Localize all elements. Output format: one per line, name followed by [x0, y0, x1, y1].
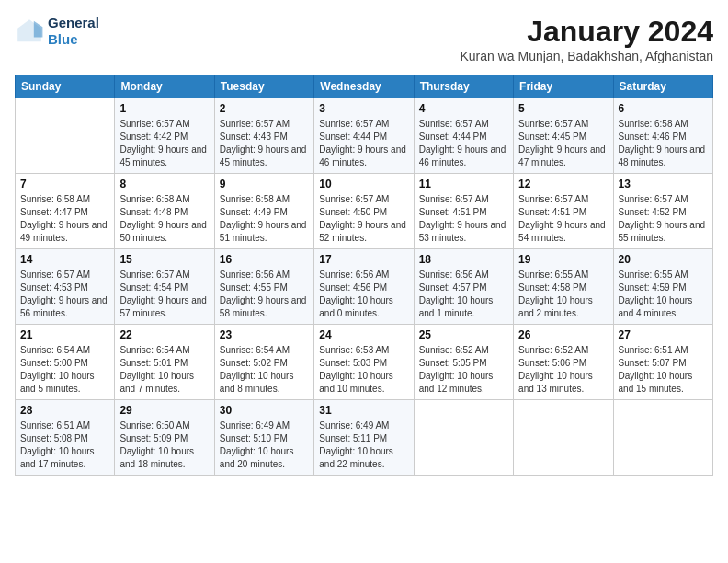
day-info: Sunrise: 6:55 AM Sunset: 4:59 PM Dayligh… — [619, 269, 708, 320]
calendar-day-cell — [16, 98, 115, 174]
day-info: Sunrise: 6:58 AM Sunset: 4:49 PM Dayligh… — [220, 193, 309, 245]
day-info: Sunrise: 6:52 AM Sunset: 5:06 PM Dayligh… — [518, 344, 608, 396]
day-number: 14 — [20, 253, 109, 266]
calendar-day-cell: 12 Sunrise: 6:57 AM Sunset: 4:51 PM Dayl… — [514, 174, 613, 249]
calendar-day-cell: 19 Sunrise: 6:55 AM Sunset: 4:58 PM Dayl… — [514, 249, 613, 325]
calendar-day-cell: 11 Sunrise: 6:57 AM Sunset: 4:51 PM Dayl… — [414, 174, 513, 249]
calendar-subtitle: Kuran wa Munjan, Badakhshan, Afghanistan — [460, 49, 713, 63]
day-number: 21 — [20, 328, 109, 341]
calendar-day-cell: 9 Sunrise: 6:58 AM Sunset: 4:49 PM Dayli… — [214, 174, 313, 249]
calendar-day-cell: 20 Sunrise: 6:55 AM Sunset: 4:59 PM Dayl… — [613, 249, 712, 325]
calendar-week-row: 1 Sunrise: 6:57 AM Sunset: 4:42 PM Dayli… — [16, 98, 713, 174]
calendar-day-cell: 23 Sunrise: 6:54 AM Sunset: 5:02 PM Dayl… — [214, 325, 313, 400]
day-number: 12 — [518, 178, 608, 190]
calendar-day-cell: 27 Sunrise: 6:51 AM Sunset: 5:07 PM Dayl… — [613, 325, 712, 400]
day-number: 31 — [319, 404, 408, 417]
logo: General Blue — [15, 15, 99, 48]
calendar-day-cell — [514, 400, 613, 476]
calendar-week-row: 28 Sunrise: 6:51 AM Sunset: 5:08 PM Dayl… — [16, 400, 713, 476]
day-number: 6 — [619, 102, 708, 115]
day-number: 9 — [220, 178, 309, 190]
calendar-day-cell: 13 Sunrise: 6:57 AM Sunset: 4:52 PM Dayl… — [613, 174, 712, 249]
day-info: Sunrise: 6:51 AM Sunset: 5:07 PM Dayligh… — [619, 344, 708, 396]
day-number: 16 — [220, 253, 309, 266]
day-number: 26 — [518, 328, 608, 341]
day-info: Sunrise: 6:57 AM Sunset: 4:51 PM Dayligh… — [419, 193, 508, 245]
logo-icon — [15, 17, 44, 46]
day-info: Sunrise: 6:54 AM Sunset: 5:01 PM Dayligh… — [119, 344, 209, 396]
calendar-day-cell: 8 Sunrise: 6:58 AM Sunset: 4:48 PM Dayli… — [115, 174, 214, 249]
calendar-day-cell: 15 Sunrise: 6:57 AM Sunset: 4:54 PM Dayl… — [115, 249, 214, 325]
day-info: Sunrise: 6:57 AM Sunset: 4:50 PM Dayligh… — [319, 193, 408, 245]
calendar-body: 1 Sunrise: 6:57 AM Sunset: 4:42 PM Dayli… — [16, 98, 713, 476]
calendar-week-row: 14 Sunrise: 6:57 AM Sunset: 4:53 PM Dayl… — [16, 249, 713, 325]
day-info: Sunrise: 6:55 AM Sunset: 4:58 PM Dayligh… — [518, 269, 608, 320]
page-header: General Blue January 2024 Kuran wa Munja… — [15, 15, 713, 63]
day-number: 1 — [119, 102, 209, 115]
calendar-day-cell: 22 Sunrise: 6:54 AM Sunset: 5:01 PM Dayl… — [115, 325, 214, 400]
day-number: 22 — [119, 328, 209, 341]
day-number: 18 — [419, 253, 508, 266]
weekday-header-row: SundayMondayTuesdayWednesdayThursdayFrid… — [16, 75, 713, 98]
calendar-day-cell: 28 Sunrise: 6:51 AM Sunset: 5:08 PM Dayl… — [16, 400, 115, 476]
day-info: Sunrise: 6:53 AM Sunset: 5:03 PM Dayligh… — [319, 344, 408, 396]
calendar-day-cell: 29 Sunrise: 6:50 AM Sunset: 5:09 PM Dayl… — [115, 400, 214, 476]
weekday-header-cell: Wednesday — [314, 75, 414, 98]
day-number: 15 — [119, 253, 209, 266]
calendar-day-cell: 18 Sunrise: 6:56 AM Sunset: 4:57 PM Dayl… — [414, 249, 513, 325]
day-info: Sunrise: 6:58 AM Sunset: 4:48 PM Dayligh… — [119, 193, 209, 245]
day-number: 25 — [419, 328, 508, 341]
calendar-day-cell: 26 Sunrise: 6:52 AM Sunset: 5:06 PM Dayl… — [514, 325, 613, 400]
calendar-day-cell: 10 Sunrise: 6:57 AM Sunset: 4:50 PM Dayl… — [314, 174, 414, 249]
day-number: 8 — [119, 178, 209, 190]
calendar-day-cell: 6 Sunrise: 6:58 AM Sunset: 4:46 PM Dayli… — [613, 98, 712, 174]
calendar-day-cell: 24 Sunrise: 6:53 AM Sunset: 5:03 PM Dayl… — [314, 325, 414, 400]
calendar-day-cell: 16 Sunrise: 6:56 AM Sunset: 4:55 PM Dayl… — [214, 249, 313, 325]
weekday-header-cell: Sunday — [16, 75, 115, 98]
calendar-day-cell: 4 Sunrise: 6:57 AM Sunset: 4:44 PM Dayli… — [414, 98, 513, 174]
calendar-day-cell: 25 Sunrise: 6:52 AM Sunset: 5:05 PM Dayl… — [414, 325, 513, 400]
day-info: Sunrise: 6:58 AM Sunset: 4:46 PM Dayligh… — [619, 118, 708, 169]
day-info: Sunrise: 6:57 AM Sunset: 4:45 PM Dayligh… — [518, 118, 608, 169]
day-info: Sunrise: 6:57 AM Sunset: 4:52 PM Dayligh… — [619, 193, 708, 245]
calendar-day-cell: 17 Sunrise: 6:56 AM Sunset: 4:56 PM Dayl… — [314, 249, 414, 325]
calendar-day-cell: 7 Sunrise: 6:58 AM Sunset: 4:47 PM Dayli… — [16, 174, 115, 249]
day-info: Sunrise: 6:49 AM Sunset: 5:11 PM Dayligh… — [319, 419, 408, 471]
day-info: Sunrise: 6:51 AM Sunset: 5:08 PM Dayligh… — [20, 419, 109, 471]
day-info: Sunrise: 6:56 AM Sunset: 4:55 PM Dayligh… — [220, 269, 309, 320]
weekday-header-cell: Thursday — [414, 75, 513, 98]
day-number: 28 — [20, 404, 109, 417]
calendar-day-cell: 5 Sunrise: 6:57 AM Sunset: 4:45 PM Dayli… — [514, 98, 613, 174]
day-info: Sunrise: 6:57 AM Sunset: 4:44 PM Dayligh… — [319, 118, 408, 169]
calendar-day-cell: 14 Sunrise: 6:57 AM Sunset: 4:53 PM Dayl… — [16, 249, 115, 325]
day-number: 27 — [619, 328, 708, 341]
day-number: 11 — [419, 178, 508, 190]
day-info: Sunrise: 6:50 AM Sunset: 5:09 PM Dayligh… — [119, 419, 209, 471]
day-info: Sunrise: 6:56 AM Sunset: 4:57 PM Dayligh… — [419, 269, 508, 320]
day-info: Sunrise: 6:58 AM Sunset: 4:47 PM Dayligh… — [20, 193, 109, 245]
day-number: 29 — [119, 404, 209, 417]
calendar-week-row: 21 Sunrise: 6:54 AM Sunset: 5:00 PM Dayl… — [16, 325, 713, 400]
day-info: Sunrise: 6:57 AM Sunset: 4:42 PM Dayligh… — [119, 118, 209, 169]
calendar-day-cell — [613, 400, 712, 476]
calendar-table: SundayMondayTuesdayWednesdayThursdayFrid… — [15, 75, 713, 476]
calendar-day-cell — [414, 400, 513, 476]
day-number: 2 — [220, 102, 309, 115]
day-info: Sunrise: 6:49 AM Sunset: 5:10 PM Dayligh… — [220, 419, 309, 471]
day-info: Sunrise: 6:57 AM Sunset: 4:51 PM Dayligh… — [518, 193, 608, 245]
logo-text: General Blue — [48, 15, 99, 48]
day-number: 30 — [220, 404, 309, 417]
weekday-header-cell: Saturday — [613, 75, 712, 98]
day-number: 24 — [319, 328, 408, 341]
day-number: 5 — [518, 102, 608, 115]
day-info: Sunrise: 6:57 AM Sunset: 4:53 PM Dayligh… — [20, 269, 109, 320]
day-number: 23 — [220, 328, 309, 341]
svg-marker-1 — [34, 21, 43, 38]
calendar-day-cell: 2 Sunrise: 6:57 AM Sunset: 4:43 PM Dayli… — [214, 98, 313, 174]
calendar-day-cell: 3 Sunrise: 6:57 AM Sunset: 4:44 PM Dayli… — [314, 98, 414, 174]
day-number: 13 — [619, 178, 708, 190]
day-number: 20 — [619, 253, 708, 266]
day-info: Sunrise: 6:57 AM Sunset: 4:44 PM Dayligh… — [419, 118, 508, 169]
day-number: 19 — [518, 253, 608, 266]
weekday-header-cell: Tuesday — [214, 75, 313, 98]
